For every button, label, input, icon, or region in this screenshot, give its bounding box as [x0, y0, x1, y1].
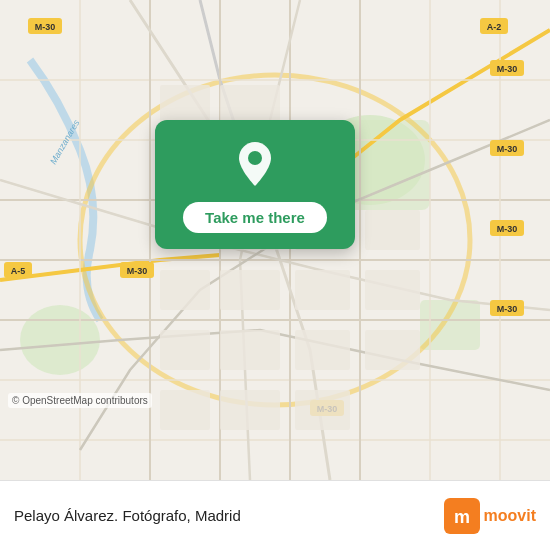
- svg-text:A-2: A-2: [487, 22, 502, 32]
- location-name: Pelayo Álvarez. Fotógrafo, Madrid: [14, 507, 241, 524]
- moovit-logo: m moovit: [444, 498, 536, 534]
- svg-rect-50: [220, 330, 280, 370]
- svg-rect-54: [220, 390, 280, 430]
- bottom-bar: Pelayo Álvarez. Fotógrafo, Madrid m moov…: [0, 480, 550, 550]
- svg-point-3: [20, 305, 100, 375]
- svg-rect-51: [295, 330, 350, 370]
- svg-text:m: m: [454, 507, 470, 527]
- svg-rect-55: [295, 390, 350, 430]
- attribution-text: © OpenStreetMap contributors: [12, 395, 148, 406]
- svg-rect-47: [365, 210, 420, 250]
- svg-text:A-5: A-5: [11, 266, 26, 276]
- svg-rect-46: [295, 270, 350, 310]
- moovit-text: moovit: [484, 507, 536, 525]
- svg-rect-49: [160, 330, 210, 370]
- svg-text:M-30: M-30: [127, 266, 148, 276]
- take-me-there-button[interactable]: Take me there: [183, 202, 327, 233]
- svg-rect-45: [220, 270, 280, 310]
- osm-attribution: © OpenStreetMap contributors: [8, 393, 152, 408]
- svg-text:M-30: M-30: [497, 64, 518, 74]
- svg-rect-52: [365, 330, 420, 370]
- svg-text:M-30: M-30: [497, 224, 518, 234]
- location-card: Take me there: [155, 120, 355, 249]
- svg-text:M-30: M-30: [35, 22, 56, 32]
- location-pin-icon: [229, 138, 281, 190]
- location-info: Pelayo Álvarez. Fotógrafo, Madrid: [14, 507, 241, 524]
- svg-point-56: [248, 151, 262, 165]
- map-container[interactable]: M-30 M-30 M-30 M-30 M-30 M-30 M-30 A-2 A…: [0, 0, 550, 480]
- svg-rect-44: [160, 270, 210, 310]
- svg-rect-53: [160, 390, 210, 430]
- svg-rect-48: [365, 270, 420, 310]
- moovit-icon: m: [444, 498, 480, 534]
- svg-text:M-30: M-30: [497, 304, 518, 314]
- svg-text:M-30: M-30: [497, 144, 518, 154]
